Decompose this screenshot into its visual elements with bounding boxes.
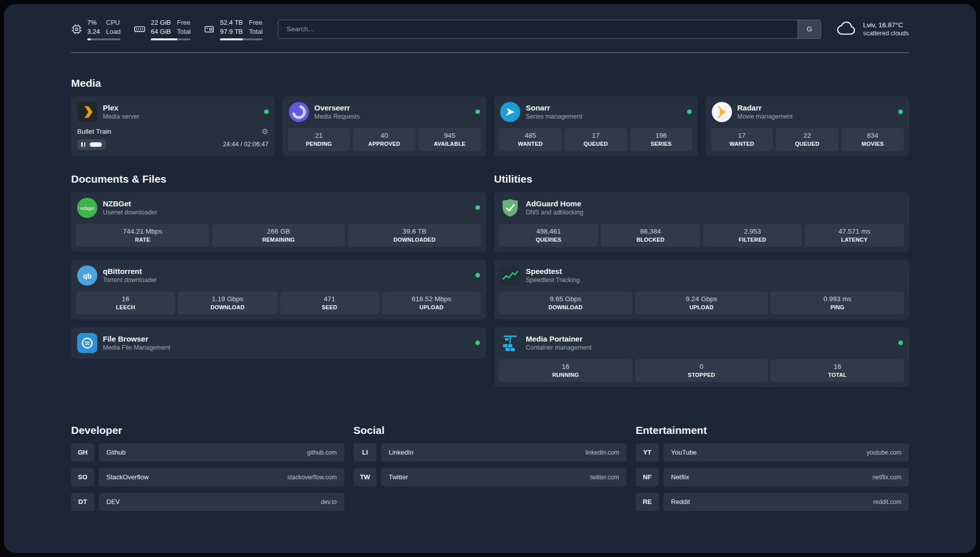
memory-progress-bar	[151, 38, 191, 40]
bookmark-group-entertainment: Entertainment YT YouTube youtube.com NF …	[636, 424, 909, 518]
service-card-portainer[interactable]: Media Portainer Container management 16 …	[494, 327, 909, 387]
stat-tile: 744.21 Mbps RATE	[76, 224, 209, 247]
service-card-plex[interactable]: Plex Media server Bullet Train ⚙ 24:44 /…	[71, 96, 275, 156]
memory-icon	[134, 23, 146, 35]
service-name: qBittorrent	[103, 267, 157, 275]
bookmark-reddit[interactable]: RE Reddit reddit.com	[636, 493, 909, 511]
stat-label: STOPPED	[637, 372, 766, 378]
stat-tile: 21 PENDING	[288, 128, 350, 151]
search-provider-button[interactable]: G	[798, 20, 821, 38]
bookmark-github[interactable]: GH Github github.com	[71, 443, 344, 462]
bookmark-link[interactable]: LinkedIn linkedin.com	[381, 443, 627, 462]
service-name: NZBGet	[103, 199, 157, 208]
stat-tile: 1.19 Gbps DOWNLOAD	[178, 292, 277, 314]
service-card-nzbget[interactable]: nzbget NZBGet Usenet downloader 744.21 M…	[71, 192, 486, 252]
status-dot	[898, 109, 903, 114]
bookmark-link[interactable]: DEV dev.to	[99, 493, 344, 511]
stat-value: 945	[420, 132, 479, 139]
bookmark-linkedin[interactable]: LI LinkedIn linkedin.com	[353, 443, 627, 462]
weather-condition: scattered clouds	[863, 30, 909, 37]
bookmark-link[interactable]: StackOverflow stackoverflow.com	[99, 468, 344, 486]
service-subtitle: Media server	[103, 113, 139, 120]
stat-value: 744.21 Mbps	[78, 228, 207, 235]
bookmark-abbr: NF	[636, 468, 659, 486]
bookmark-link[interactable]: Twitter twitter.com	[381, 468, 627, 486]
stat-value: 196	[632, 132, 691, 139]
stat-label: SERIES	[632, 141, 691, 147]
service-subtitle: Media File Management	[103, 344, 170, 351]
stat-label: UPLOAD	[384, 304, 479, 310]
stat-label: AVAILABLE	[420, 141, 479, 147]
bookmark-link[interactable]: Netflix netflix.com	[663, 468, 909, 486]
gear-icon[interactable]: ⚙	[262, 128, 268, 135]
weather-widget[interactable]: Lviv, 16.87°C scattered clouds	[836, 21, 909, 38]
stat-tile: 17 WANTED	[711, 128, 773, 151]
bookmark-group-title: Social	[353, 424, 627, 436]
service-card-qbittorrent[interactable]: qb qBittorrent Torrent downloader 16 LEE…	[71, 260, 486, 319]
bookmark-dev[interactable]: DT DEV dev.to	[71, 493, 344, 511]
bookmarks: Developer GH Github github.com SO StackO…	[71, 424, 909, 518]
radarr-icon	[712, 102, 732, 122]
cloud-icon	[836, 21, 858, 38]
topbar-divider	[71, 52, 909, 53]
stat-value: 22	[778, 132, 836, 139]
stat-value: 39.6 TB	[350, 228, 479, 235]
service-name: Radarr	[738, 103, 793, 112]
bookmark-link[interactable]: Github github.com	[99, 443, 344, 462]
bookmark-netflix[interactable]: NF Netflix netflix.com	[636, 468, 909, 486]
service-card-overseerr[interactable]: Overseerr Media Requests 21 PENDING 40 A…	[283, 96, 486, 156]
search-box: G	[278, 20, 821, 39]
stat-tile: 47.571 ms LATENCY	[805, 224, 904, 247]
service-name: Speedtest	[526, 267, 580, 275]
stat-value: 0.993 ms	[773, 295, 902, 303]
disk-label-top: Free	[249, 18, 263, 27]
stat-value: 618.52 Mbps	[384, 295, 479, 303]
svg-text:qb: qb	[83, 271, 91, 280]
disk-free: 52.4 TB	[220, 18, 242, 27]
service-card-radarr[interactable]: Radarr Movie management 17 WANTED 22 QUE…	[706, 96, 909, 156]
service-card-sonarr[interactable]: Sonarr Series management 485 WANTED 17 Q…	[494, 96, 698, 156]
stat-value: 2,953	[705, 228, 800, 235]
bookmark-twitter[interactable]: TW Twitter twitter.com	[353, 468, 627, 486]
pause-button[interactable]	[77, 139, 106, 150]
search-input[interactable]	[278, 20, 798, 38]
stat-value: 17	[567, 132, 625, 139]
stat-tile: 16 RUNNING	[499, 359, 632, 382]
service-name: AdGuard Home	[526, 199, 583, 208]
service-card-adguard[interactable]: AdGuard Home DNS and adblocking 498,461 …	[494, 192, 909, 252]
stat-tile: 9.24 Gbps UPLOAD	[635, 292, 768, 314]
stat-label: PENDING	[290, 141, 348, 147]
service-subtitle: Torrent downloader	[103, 276, 157, 284]
stat-label: WANTED	[501, 141, 560, 147]
weather-location: Lviv, 16.87°C	[863, 21, 909, 29]
stat-label: REMAINING	[214, 237, 343, 243]
service-subtitle: Speedtest Tracking	[526, 276, 580, 284]
bookmark-youtube[interactable]: YT YouTube youtube.com	[636, 443, 909, 462]
service-card-filebrowser[interactable]: File Browser Media File Management	[71, 327, 486, 359]
stat-label: QUERIES	[501, 237, 596, 243]
bookmark-stackoverflow[interactable]: SO StackOverflow stackoverflow.com	[71, 468, 344, 486]
stat-tile: 40 APPROVED	[353, 128, 415, 151]
memory-label-bottom: Total	[177, 27, 191, 36]
status-dot	[475, 109, 480, 114]
bookmark-link[interactable]: Reddit reddit.com	[663, 493, 909, 511]
stat-tile: 22 QUEUED	[776, 128, 838, 151]
cpu-label-bottom: Load	[106, 27, 120, 36]
cpu-widget: 7% 3.24 CPU Load	[71, 18, 120, 40]
stat-label: DOWNLOADED	[350, 237, 479, 243]
service-name: Sonarr	[526, 103, 582, 112]
plex-icon	[77, 102, 97, 122]
overseerr-icon	[289, 102, 309, 122]
disk-total: 97.9 TB	[220, 27, 242, 36]
memory-total: 64 GiB	[151, 27, 171, 36]
stat-tile: 0.993 ms PING	[771, 292, 904, 314]
stat-label: RUNNING	[501, 372, 630, 378]
service-name: File Browser	[103, 335, 170, 343]
adguard-icon	[500, 198, 520, 218]
stat-value: 9.65 Gbps	[501, 295, 630, 303]
stat-tile: 945 AVAILABLE	[418, 128, 481, 151]
stat-value: 16	[773, 363, 902, 370]
bookmark-link[interactable]: YouTube youtube.com	[663, 443, 909, 462]
memory-free: 22 GiB	[151, 18, 171, 27]
service-card-speedtest[interactable]: Speedtest Speedtest Tracking 9.65 Gbps D…	[494, 260, 909, 319]
